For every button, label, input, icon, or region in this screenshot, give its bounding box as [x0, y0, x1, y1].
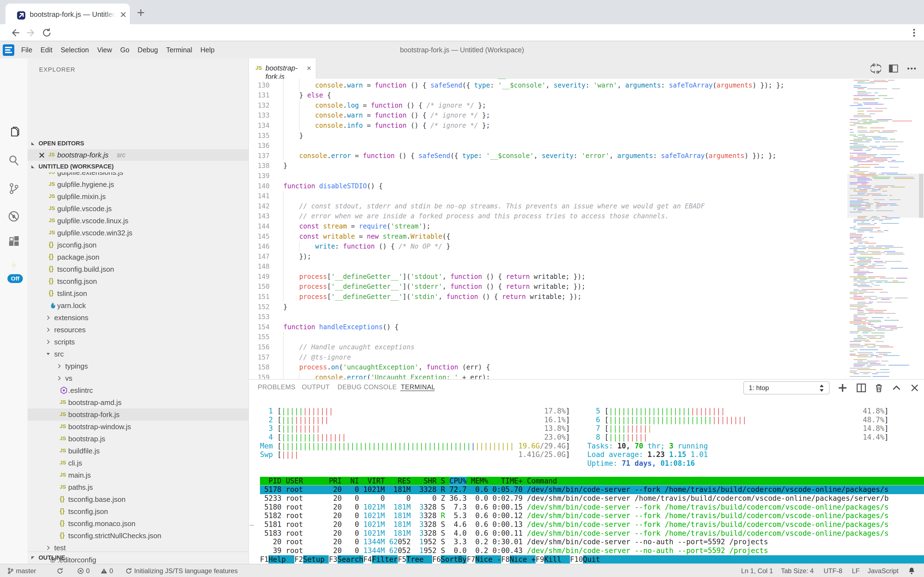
terminal-select[interactable]: 1: htop — [743, 381, 830, 395]
panel-tab-terminal[interactable]: TERMINAL — [401, 381, 435, 393]
menu-view[interactable]: View — [97, 41, 112, 58]
tree-item-tsconfig.json[interactable]: {}tsconfig.json — [27, 275, 248, 287]
status-off-badge[interactable]: Off — [7, 274, 23, 283]
tree-item-buildfile.js[interactable]: JSbuildfile.js — [27, 445, 248, 457]
tab-close-icon[interactable]: × — [307, 64, 311, 73]
tree-item-yarn.lock[interactable]: yarn.lock — [27, 300, 248, 312]
tree-item-tsconfig.build.json[interactable]: {}tsconfig.build.json — [27, 263, 248, 275]
tab-size[interactable]: Tab Size: 4 — [781, 564, 814, 577]
code-line-141: 141 — [249, 191, 924, 201]
menu-file[interactable]: File — [21, 41, 32, 58]
panel-tab-output[interactable]: OUTPUT — [302, 381, 330, 393]
tree-item-label: resources — [54, 326, 85, 334]
tree-item-gulpfile.extensions.js[interactable]: JSgulpfile.extensions.js — [27, 172, 248, 178]
tree-item-gulpfile.vscode.js[interactable]: JSgulpfile.vscode.js — [27, 203, 248, 215]
open-editor-item[interactable]: JS bootstrap-fork.js src — [27, 149, 248, 161]
minimap[interactable] — [848, 80, 919, 379]
forward-icon[interactable] — [26, 28, 36, 38]
debug-disabled-icon[interactable] — [8, 210, 20, 222]
tree-item-gulpfile.hygiene.js[interactable]: JSgulpfile.hygiene.js — [27, 178, 248, 190]
chevron-right-icon — [45, 327, 51, 332]
tree-item-tsconfig.monaco.json[interactable]: {}tsconfig.monaco.json — [27, 517, 248, 530]
code-editor[interactable]: 129 console.log = function () { safeSend… — [249, 79, 924, 379]
search-icon[interactable] — [8, 154, 20, 166]
branch-indicator[interactable]: master — [7, 564, 36, 577]
editor-scrollbar[interactable] — [919, 174, 924, 218]
section-workspace[interactable]: UNTITLED (WORKSPACE) — [27, 161, 248, 172]
maximize-panel-icon[interactable] — [892, 383, 902, 393]
tree-item-bootstrap-amd.js[interactable]: JSbootstrap-amd.js — [27, 396, 248, 409]
htop-process-row: 5233 root 20 0 0 0 0 Z 36.3 0.0 0:02.79 … — [260, 494, 924, 503]
source-control-icon[interactable] — [8, 182, 20, 194]
tree-item-extensions[interactable]: extensions — [27, 312, 248, 324]
menu-terminal[interactable]: Terminal — [166, 41, 192, 58]
open-changes-icon[interactable] — [871, 63, 881, 74]
tree-item-gulpfile.vscode.linux.js[interactable]: JSgulpfile.vscode.linux.js — [27, 215, 248, 227]
tree-item-resources[interactable]: resources — [27, 324, 248, 336]
tree-item-src[interactable]: src — [27, 348, 248, 360]
menu-edit[interactable]: Edit — [40, 41, 52, 58]
menu-debug[interactable]: Debug — [138, 41, 158, 58]
tree-item-gulpfile.mixin.js[interactable]: JSgulpfile.mixin.js — [27, 190, 248, 203]
close-icon[interactable] — [39, 152, 45, 159]
split-editor-icon[interactable] — [888, 63, 899, 74]
editor-tab[interactable]: JS bootstrap-fork.js × — [249, 58, 317, 79]
code-line-153: 153 — [249, 312, 924, 322]
tree-item-bootstrap-fork.js[interactable]: JSbootstrap-fork.js — [27, 409, 248, 421]
eol[interactable]: LF — [852, 564, 860, 577]
tree-item-typings[interactable]: typings — [27, 360, 248, 372]
warning-count[interactable]: 0 — [100, 564, 113, 577]
cursor-position[interactable]: Ln 1, Col 1 — [741, 564, 773, 577]
language-mode[interactable]: JavaScript — [868, 564, 898, 577]
tab-close-icon[interactable] — [120, 11, 127, 18]
tree-item-tsconfig.json[interactable]: {}tsconfig.json — [27, 505, 248, 517]
menu-help[interactable]: Help — [201, 41, 215, 58]
tree-item-tsconfig.base.json[interactable]: {}tsconfig.base.json — [27, 493, 248, 505]
back-icon[interactable] — [10, 28, 20, 38]
kebab-menu-icon[interactable] — [909, 28, 919, 38]
sync-button[interactable] — [56, 564, 64, 577]
section-open-editors[interactable]: OPEN EDITORS — [27, 138, 248, 149]
open-editor-name: bootstrap-fork.js — [57, 151, 108, 160]
panel-tab-problems[interactable]: PROBLEMS — [258, 381, 296, 393]
app-logo[interactable] — [3, 44, 14, 56]
reload-icon[interactable] — [42, 28, 52, 38]
encoding[interactable]: UTF-8 — [824, 564, 842, 577]
error-count[interactable]: 0 — [77, 564, 90, 577]
tree-item-bootstrap-window.js[interactable]: JSbootstrap-window.js — [27, 421, 248, 433]
js-icon: JS — [49, 205, 55, 211]
tree-item-paths.js[interactable]: JSpaths.js — [27, 481, 248, 493]
menu-selection[interactable]: Selection — [61, 41, 89, 58]
tree-item-main.js[interactable]: JSmain.js — [27, 469, 248, 481]
extensions-icon[interactable] — [8, 236, 20, 248]
menu-go[interactable]: Go — [120, 41, 129, 58]
flash-icon[interactable] — [8, 259, 20, 271]
browser-tab[interactable]: bootstrap-fork.js — Untitled (W — [5, 3, 130, 24]
tree-item-cli.js[interactable]: JScli.js — [27, 457, 248, 469]
bell-icon[interactable] — [908, 567, 916, 575]
tree-item-bootstrap.js[interactable]: JSbootstrap.js — [27, 433, 248, 445]
tree-item-.eslintrc[interactable]: .eslintrc — [27, 384, 248, 396]
notifications-bell[interactable] — [908, 564, 916, 577]
tree-item-tslint.json[interactable]: {}tslint.json — [27, 287, 248, 300]
new-tab-button[interactable] — [137, 8, 145, 17]
explorer-icon[interactable] — [8, 126, 20, 138]
js-icon: JS — [48, 152, 55, 158]
kill-terminal-icon[interactable] — [874, 383, 884, 393]
code-line-132: 132 console.log = function () { /* ignor… — [249, 100, 924, 111]
terminal[interactable]: 1 [|||||||||||| 17.8%] 5 [||||||||||||||… — [260, 407, 924, 564]
tree-item-scripts[interactable]: scripts — [27, 336, 248, 348]
section-outline[interactable]: OUTLINE — [27, 551, 248, 563]
tree-item-package.json[interactable]: {}package.json — [27, 251, 248, 263]
chevron-right-icon — [56, 376, 62, 381]
tree-item-gulpfile.vscode.win32.js[interactable]: JSgulpfile.vscode.win32.js — [27, 227, 248, 239]
tree-item-tsconfig.strictNullChecks.json[interactable]: {}tsconfig.strictNullChecks.json — [27, 530, 248, 542]
js-icon: JS — [256, 65, 262, 71]
new-terminal-icon[interactable] — [837, 383, 847, 393]
tree-item-jsconfig.json[interactable]: {}jsconfig.json — [27, 239, 248, 251]
split-terminal-icon[interactable] — [857, 383, 866, 393]
more-actions-icon[interactable] — [906, 63, 917, 74]
panel-tab-debug-console[interactable]: DEBUG CONSOLE — [337, 381, 397, 393]
close-panel-icon[interactable] — [910, 383, 919, 393]
tree-item-vs[interactable]: vs — [27, 372, 248, 384]
